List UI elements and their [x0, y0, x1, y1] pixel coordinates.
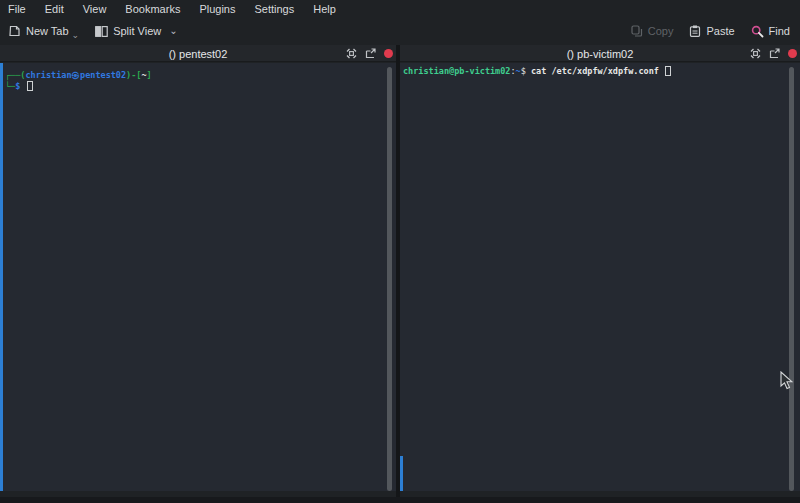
close-split-button[interactable] [384, 49, 393, 58]
paste-button[interactable]: Paste [689, 25, 734, 37]
expand-view-icon[interactable] [750, 45, 761, 63]
menu-file[interactable]: File [8, 3, 26, 15]
menu-bookmarks[interactable]: Bookmarks [125, 3, 180, 15]
new-tab-label: New Tab [26, 25, 69, 37]
terminal-pentest02[interactable]: ┌──(christian㉿pentest02)-[~]└─$ [0, 63, 396, 491]
menu-plugins[interactable]: Plugins [199, 3, 235, 15]
find-button[interactable]: Find [751, 25, 790, 38]
paste-label: Paste [706, 25, 734, 37]
detach-view-icon[interactable] [365, 45, 376, 63]
copy-label: Copy [648, 25, 674, 37]
copy-button[interactable]: Copy [631, 25, 674, 37]
window-bottom-edge [0, 497, 800, 503]
tab-new-icon [8, 25, 21, 37]
menu-view[interactable]: View [83, 3, 107, 15]
split-view-chevron-icon[interactable]: ⌄ [169, 25, 177, 36]
new-tab-button[interactable]: New Tab ⌄ [8, 25, 81, 37]
pane-pentest02-titlebar[interactable]: () pentest02 [0, 45, 396, 62]
mouse-pointer [780, 371, 793, 394]
find-label: Find [769, 25, 790, 37]
split-view-button[interactable]: Split View ⌄ [95, 25, 178, 37]
konsole-window: File Edit View Bookmarks Plugins Setting… [0, 0, 800, 503]
pane-pb-victim02-title: () pb-victim02 [400, 45, 800, 62]
menu-settings[interactable]: Settings [254, 3, 294, 15]
find-magnifier-icon [751, 25, 764, 38]
detach-view-icon[interactable] [769, 45, 780, 63]
split-view-label: Split View [113, 25, 161, 37]
terminal-pentest02-text: ┌──(christian㉿pentest02)-[~]└─$ [0, 63, 396, 92]
copy-icon [631, 25, 643, 37]
toolbar: New Tab ⌄ Split View ⌄ Copy [0, 18, 800, 44]
terminal-pb-victim02-text: christian@pb-victim02:~$ cat /etc/xdpfw/… [400, 63, 800, 77]
pane-pentest02: () pentest02 ┌──(christian㉿pentest02)-[~… [0, 45, 396, 497]
terminal-cursor [27, 81, 33, 91]
pane-pb-victim02-titlebar[interactable]: () pb-victim02 [400, 45, 800, 62]
paste-icon [689, 25, 701, 37]
scrollbar[interactable] [789, 67, 794, 491]
terminal-cursor [665, 66, 671, 76]
menu-help[interactable]: Help [313, 3, 336, 15]
pane-pentest02-title: () pentest02 [0, 45, 396, 62]
new-output-indicator [0, 63, 3, 491]
close-split-button[interactable] [788, 49, 797, 58]
split-view-area: () pentest02 ┌──(christian㉿pentest02)-[~… [0, 45, 800, 497]
pane-pb-victim02: () pb-victim02 christian@pb-victim02:~$ … [400, 45, 800, 497]
new-output-indicator [400, 456, 403, 491]
split-view-icon [95, 26, 108, 37]
new-tab-caret-icon[interactable]: ⌄ [72, 30, 80, 40]
expand-view-icon[interactable] [346, 45, 357, 63]
menubar: File Edit View Bookmarks Plugins Setting… [0, 0, 800, 18]
menu-edit[interactable]: Edit [45, 3, 64, 15]
scrollbar[interactable] [387, 67, 392, 491]
terminal-pb-victim02[interactable]: christian@pb-victim02:~$ cat /etc/xdpfw/… [400, 63, 800, 491]
